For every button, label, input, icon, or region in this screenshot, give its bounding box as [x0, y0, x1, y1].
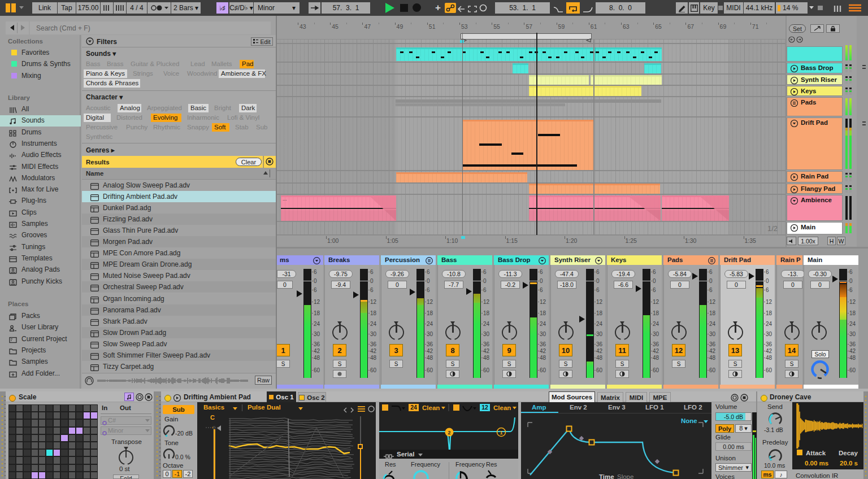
svg-text:2: 2: [448, 430, 450, 436]
svg-text:Slope: Slope: [617, 473, 633, 479]
svg-text:Attack: Attack: [806, 450, 826, 456]
svg-text:Clean: Clean: [422, 404, 440, 411]
svg-text:Clean: Clean: [493, 404, 511, 411]
svg-text:Decay: Decay: [839, 450, 858, 456]
svg-text:Time: Time: [599, 473, 614, 479]
svg-text:12: 12: [481, 404, 488, 411]
svg-text:24: 24: [410, 404, 417, 411]
svg-text:20.0 s: 20.0 s: [840, 460, 858, 467]
svg-text:1: 1: [500, 430, 502, 436]
svg-text:0.00 ms: 0.00 ms: [805, 460, 828, 467]
